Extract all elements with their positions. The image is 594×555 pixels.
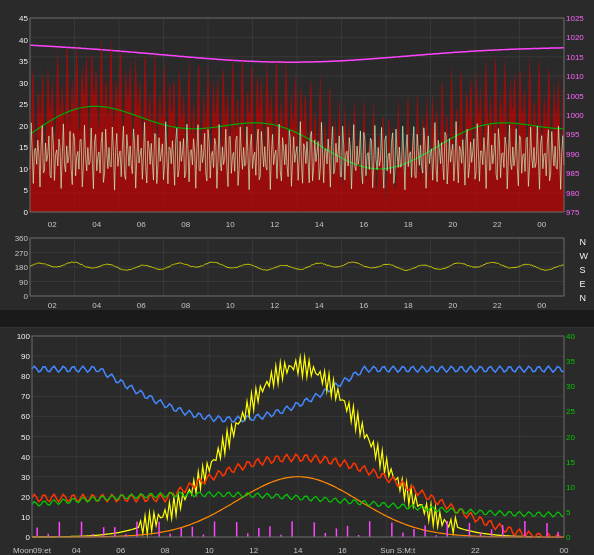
compass-E: E <box>580 277 589 291</box>
wind-canvas <box>0 0 594 230</box>
weather-panel <box>0 328 594 555</box>
winddir-panel: N W S E N <box>0 230 594 310</box>
compass-N2: N <box>580 291 589 305</box>
legend-panel <box>0 310 594 328</box>
compass-S: S <box>580 263 589 277</box>
compass-N: N <box>580 235 589 249</box>
weather-canvas <box>0 328 594 555</box>
wind-panel <box>0 0 594 230</box>
compass-W: W <box>580 249 589 263</box>
compass-labels: N W S E N <box>580 235 589 305</box>
winddir-canvas <box>0 230 594 310</box>
main-container: N W S E N <box>0 0 594 555</box>
